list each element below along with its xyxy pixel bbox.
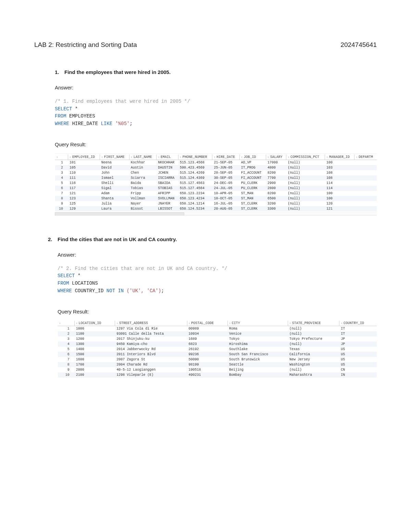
- table-row[interactable]: 5116ShelliBaidaSBAIDA515.127.456324-DEC-…: [55, 181, 377, 186]
- table-row[interactable]: 2105DavidAustinDAUSTIN590.423.456925-JUN…: [55, 165, 377, 170]
- column-header[interactable]: MANAGER_ID: [325, 154, 354, 160]
- column-header[interactable]: SALARY: [266, 154, 286, 160]
- column-header[interactable]: STATE_PROVINCE: [288, 321, 339, 326]
- column-header[interactable]: COMMISSION_PCT: [286, 154, 325, 160]
- answer-label: Answer:: [55, 85, 377, 90]
- sql-keyword: NOT IN: [107, 288, 124, 294]
- table-row[interactable]: 7121AdamFrippAFRIPP650.123.223410-APR-05…: [55, 191, 377, 196]
- table-row[interactable]: 110001297 Via Cola di Rie00989Roma(null)…: [58, 326, 377, 331]
- cell: (null): [288, 342, 339, 347]
- cell: Texas: [288, 347, 339, 352]
- cell: CN: [339, 367, 377, 372]
- cell: 1100: [74, 331, 115, 336]
- table-row[interactable]: 9125JuliaNayerJNAYER650.124.121416-JUL-0…: [55, 201, 377, 206]
- cell: 1400: [74, 347, 115, 352]
- cell: 1300: [74, 342, 115, 347]
- row-number: 1: [58, 326, 75, 331]
- table-row[interactable]: 716002007 Zagora St50090South BrunswickN…: [58, 357, 377, 362]
- column-header[interactable]: DEPARTM: [354, 154, 377, 160]
- table-row[interactable]: 817002004 Charade Rd98199SeattleWashingt…: [58, 362, 377, 367]
- column-header[interactable]: LOCATION_ID: [74, 321, 115, 326]
- column-header[interactable]: EMAIL: [157, 154, 178, 160]
- cell: 108: [325, 170, 354, 175]
- cell: 2000: [74, 367, 115, 372]
- sql-keyword: SELECT: [55, 106, 72, 112]
- table-row[interactable]: 1021001298 Vileparle (E)490231BombayMaha…: [58, 372, 377, 378]
- cell: 515.124.4269: [178, 170, 212, 175]
- horizontal-scrollbar[interactable]: [55, 212, 377, 215]
- table-row[interactable]: 413009450 Kamiya-cho6823Hiroshima(null)J…: [58, 342, 377, 347]
- row-number: 4: [58, 342, 75, 347]
- cell: Roma: [228, 326, 288, 331]
- column-header[interactable]: COUNTRY_ID: [339, 321, 377, 326]
- cell: IT_PROG: [239, 165, 266, 170]
- cell: Bombay: [228, 372, 288, 378]
- cell: Washington: [288, 362, 339, 367]
- sql-keyword: SELECT: [58, 273, 75, 279]
- column-header[interactable]: LAST_NAME: [129, 154, 156, 160]
- cell: Hiroshima: [228, 342, 288, 347]
- table-row[interactable]: 4111IsmaelSciarraISCIARRA515.124.436930-…: [55, 175, 377, 181]
- answer-label: Answer:: [58, 252, 377, 258]
- cell: ST_CLERK: [239, 206, 266, 211]
- cell: 490231: [187, 372, 228, 378]
- table-row[interactable]: 3110JohnChenJCHEN515.124.426928-SEP-05FI…: [55, 170, 377, 175]
- cell: 6500: [266, 196, 286, 201]
- cell: New Jersey: [288, 357, 339, 362]
- cell: STOBIAS: [157, 186, 178, 191]
- sql-keyword: LIKE: [101, 121, 112, 126]
- table-row[interactable]: 8123ShantaVollmanSVOLLMAN650.123.423410-…: [55, 196, 377, 201]
- row-number: 2: [55, 165, 68, 170]
- table-row[interactable]: 514002014 Jabberwocky Rd26192SouthlakeTe…: [58, 347, 377, 352]
- table-row[interactable]: 1101NeenaKochharNKOCHHAR515.123.456821-S…: [55, 160, 377, 165]
- cell: 111: [68, 175, 100, 181]
- column-header[interactable]: JOB_ID: [239, 154, 266, 160]
- cell: Nayer: [129, 201, 156, 206]
- cell: 99236: [187, 352, 228, 357]
- cell: 650.123.4234: [178, 196, 212, 201]
- column-header[interactable]: CITY: [228, 321, 288, 326]
- row-number: 4: [55, 175, 68, 181]
- sql-keyword: WHERE: [58, 288, 72, 294]
- cell: (null): [286, 186, 325, 191]
- table-row[interactable]: 10129LauraBissotLBISSOT650.124.523420-AU…: [55, 206, 377, 211]
- column-header[interactable]: STREET_ADDRESS: [115, 321, 187, 326]
- cell: Bissot: [129, 206, 156, 211]
- column-header[interactable]: PHONE_NUMBER: [178, 154, 212, 160]
- cell: Tokyo Prefecture: [288, 336, 339, 342]
- cell: IT: [339, 331, 377, 336]
- cell: 25-JUN-05: [212, 165, 239, 170]
- cell: [354, 196, 377, 201]
- cell: Vollman: [129, 196, 156, 201]
- cell: Laura: [100, 206, 129, 211]
- cell: Southlake: [228, 347, 288, 352]
- cell: PU_CLERK: [239, 181, 266, 186]
- table-row[interactable]: 9200040-5-12 Laogianggen190518Beijing(nu…: [58, 367, 377, 372]
- cell: 10934: [187, 331, 228, 336]
- column-header[interactable]: EMPLOYEE_ID: [68, 154, 100, 160]
- question-1-prompt: 1. Find the employees that were hired in…: [55, 69, 377, 75]
- cell: 2014 Jabberwocky Rd: [115, 347, 187, 352]
- cell: 2100: [74, 372, 115, 378]
- table-row[interactable]: 615002011 Interiors Blvd99236South San F…: [58, 352, 377, 357]
- cell: Sciarra: [129, 175, 156, 181]
- cell: 117: [68, 186, 100, 191]
- cell: 590.423.4569: [178, 165, 212, 170]
- column-header[interactable]: HIRE_DATE: [212, 154, 239, 160]
- sql-keyword: FROM: [58, 281, 69, 286]
- cell: 129: [68, 206, 100, 211]
- question-1-text: Find the employees that were hired in 20…: [64, 69, 171, 75]
- table-row[interactable]: 2110093091 Calle della Testa10934Venice(…: [58, 331, 377, 336]
- cell: US: [339, 347, 377, 352]
- cell: 26192: [187, 347, 228, 352]
- cell: (null): [286, 160, 325, 165]
- question-2-prompt: 2. Find the cities that are not in UK an…: [48, 236, 377, 242]
- table-row[interactable]: 312002017 Shinjuku-ku1689TokyoTokyo Pref…: [58, 336, 377, 342]
- sql-code-2: /* 2. Find the cities that are not in UK…: [58, 265, 377, 295]
- cell: 16-JUL-05: [212, 201, 239, 206]
- table-row[interactable]: 6117SigalTobiasSTOBIAS515.127.456424-JUL…: [55, 186, 377, 191]
- column-header[interactable]: FIRST_NAME: [100, 154, 129, 160]
- cell: Fripp: [129, 191, 156, 196]
- column-header[interactable]: POSTAL_CODE: [187, 321, 228, 326]
- row-number: 5: [55, 181, 68, 186]
